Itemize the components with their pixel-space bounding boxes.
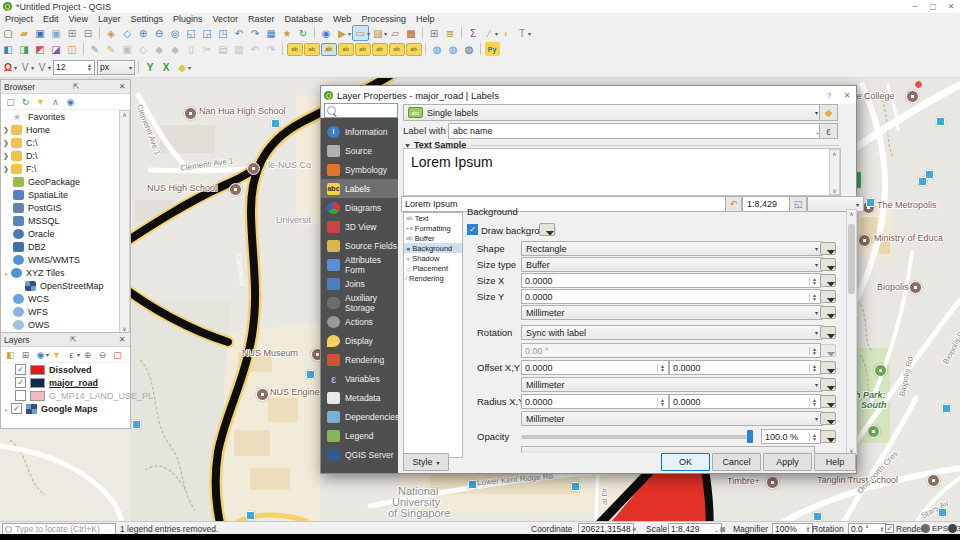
copy-features-button[interactable]: ▤ xyxy=(216,42,231,56)
apply-button[interactable]: Apply xyxy=(763,453,812,471)
layer-checkbox[interactable] xyxy=(15,390,26,401)
properties-widget-button[interactable]: ◉ xyxy=(64,96,77,108)
offset-x-input[interactable]: 0.0000▲▼ xyxy=(521,360,669,375)
attributes-table-button[interactable]: ⊞ xyxy=(427,26,442,40)
osm-place-search-button[interactable]: ◍ xyxy=(462,42,477,56)
toggle-editing-button[interactable]: ✎ xyxy=(104,42,119,56)
tab-background[interactable]: ●Background xyxy=(404,243,462,253)
browser-item-oracle[interactable]: Oracle xyxy=(1,227,130,240)
browser-item-wcs[interactable]: WCS xyxy=(1,292,130,305)
menu-help[interactable]: Help xyxy=(411,14,440,24)
size-x-input[interactable]: 0.0000▲▼ xyxy=(521,273,821,288)
data-defined-override-icon[interactable] xyxy=(820,274,836,287)
select-features-button[interactable]: ▭ xyxy=(352,25,369,41)
rotate-label-button[interactable]: ab xyxy=(389,43,405,56)
sample-text-input[interactable]: Lorem Ipsum xyxy=(401,196,731,212)
layer-row-google-maps[interactable]: ⌄ ✓ Google Maps xyxy=(1,402,130,415)
refresh-browser-button[interactable]: ↻ xyxy=(19,96,32,108)
size-y-input[interactable]: 0.0000▲▼ xyxy=(521,289,821,304)
zoom-in-button[interactable]: ⊕ xyxy=(136,26,151,40)
cut-features-button[interactable]: ✂ xyxy=(200,42,215,56)
browser-item-openstreetmap[interactable]: OpenStreetMap xyxy=(1,279,130,292)
offset-unit-combo[interactable]: Millimeter▾ xyxy=(521,377,823,392)
zoom-to-layer-button[interactable]: ◳ xyxy=(216,26,231,40)
minimize-button[interactable]: ─ xyxy=(906,1,924,12)
browser-item-postgis[interactable]: PostGIS xyxy=(1,201,130,214)
remove-layer-button[interactable]: ▢ xyxy=(111,349,124,361)
radius-unit-combo[interactable]: Millimeter▾ xyxy=(521,411,823,426)
save-project-button[interactable]: ▣ xyxy=(33,26,48,40)
new-bookmark-button[interactable]: ★ xyxy=(280,26,295,40)
render-checkbox[interactable]: ✓ xyxy=(885,524,894,533)
vertex-tool-button[interactable]: ◆ xyxy=(152,42,167,56)
menu-edit[interactable]: Edit xyxy=(38,14,64,24)
menu-layer[interactable]: Layer xyxy=(93,14,126,24)
crs-globe-icon[interactable] xyxy=(921,524,930,533)
tab-shadow[interactable]: ◗Shadow xyxy=(404,253,462,263)
add-group-button[interactable]: ⊞ xyxy=(19,349,32,361)
layout-manager-button[interactable]: ⊟ xyxy=(81,26,96,40)
panel-float-icon[interactable]: ⇱ xyxy=(68,335,78,344)
sidebar-item-labels[interactable]: abcLabels xyxy=(321,179,398,198)
layer-styling-dock-button[interactable]: ◧ xyxy=(4,349,17,361)
style-button[interactable]: Style▾ xyxy=(403,453,449,471)
browser-item-spatialite[interactable]: SpatiaLite xyxy=(1,188,130,201)
sidebar-item-variables[interactable]: εVariables xyxy=(321,369,398,388)
browser-scrollbar[interactable]: ∧∨ xyxy=(119,110,130,333)
labeling-mode-combo[interactable]: abc Single labels▾ xyxy=(403,104,823,121)
size-type-combo[interactable]: Buffer▾ xyxy=(521,257,823,272)
current-edits-button[interactable]: ✎ xyxy=(88,42,103,56)
zoom-to-selection-button[interactable]: ◲ xyxy=(200,26,215,40)
sidebar-item-symbology[interactable]: Symbology xyxy=(321,160,398,179)
data-source-manager-button[interactable]: ◧ xyxy=(1,42,16,56)
identify-features-button[interactable]: ◉ xyxy=(319,26,334,40)
sidebar-item-qgis-server[interactable]: QGIS Server xyxy=(321,445,398,464)
sidebar-item-joins[interactable]: Joins xyxy=(321,274,398,293)
filter-browser-button[interactable]: ▼ xyxy=(34,96,47,108)
sidebar-item-actions[interactable]: Actions xyxy=(321,312,398,331)
metasearch-button[interactable]: ◍ xyxy=(430,42,445,56)
browser-item-f-drive[interactable]: ❯F:\ xyxy=(1,162,130,175)
menu-plugins[interactable]: Plugins xyxy=(168,14,208,24)
filter-legend-button[interactable]: ▼ xyxy=(50,349,63,361)
browser-item-favorites[interactable]: ★Favorites xyxy=(1,110,130,123)
browser-item-c-drive[interactable]: ❯C:\ xyxy=(1,136,130,149)
layer-checkbox[interactable]: ✓ xyxy=(11,403,22,414)
data-defined-override-icon[interactable] xyxy=(820,326,836,339)
rotation-combo[interactable]: Sync with label▾ xyxy=(521,325,823,340)
save-edits-button[interactable]: ▣ xyxy=(120,42,135,56)
tab-placement[interactable]: ◇Placement xyxy=(404,263,462,273)
add-delimited-text-button[interactable]: ◪ xyxy=(49,42,64,56)
sidebar-item-dependencies[interactable]: Dependencies xyxy=(321,407,398,426)
opacity-slider-handle[interactable] xyxy=(747,430,753,443)
deselect-features-button[interactable]: ▱ xyxy=(388,26,403,40)
zoom-last-button[interactable]: ↶ xyxy=(232,26,247,40)
pan-to-selection-button[interactable]: ◇ xyxy=(120,26,135,40)
show-hide-labels-button[interactable]: ab xyxy=(355,43,371,56)
new-print-layout-button[interactable]: ⊞ xyxy=(65,26,80,40)
snapping-intersection-button[interactable]: X xyxy=(159,60,174,74)
label-with-combo[interactable]: abc name⌄ xyxy=(448,123,825,139)
cancel-button[interactable]: Cancel xyxy=(712,453,761,471)
menu-web[interactable]: Web xyxy=(328,14,356,24)
invert-selection-button[interactable]: ▩ xyxy=(404,26,419,40)
change-label-button[interactable]: ab xyxy=(406,43,422,56)
sidebar-item-3d-view[interactable]: 3D View xyxy=(321,217,398,236)
sample-scrollbar[interactable]: ∧∨ xyxy=(829,149,840,195)
collapse-all-button[interactable]: ∧ xyxy=(49,96,62,108)
tab-rendering[interactable]: ∕Rendering xyxy=(404,273,462,283)
browser-item-d-drive[interactable]: ❯D:\ xyxy=(1,149,130,162)
tab-text[interactable]: abText xyxy=(404,213,462,223)
size-unit-combo[interactable]: Millimeter▾ xyxy=(521,305,823,320)
browser-item-xyz-tiles[interactable]: ⌄XYZ Tiles xyxy=(1,266,130,279)
browser-item-db2[interactable]: DB2 xyxy=(1,240,130,253)
snap-unit-combo[interactable]: px▾ xyxy=(97,60,135,75)
sidebar-item-attributes-form[interactable]: Attributes Form xyxy=(321,255,398,274)
statistics-button[interactable]: Σ xyxy=(466,26,481,40)
zoom-next-button[interactable]: ↷ xyxy=(248,26,263,40)
data-defined-override-icon[interactable] xyxy=(539,223,555,236)
topological-editing-button[interactable]: Y xyxy=(143,60,158,74)
opacity-slider-track[interactable] xyxy=(521,435,749,439)
add-selected-layer-button[interactable]: ▢ xyxy=(4,96,17,108)
new-project-button[interactable]: ▢ xyxy=(1,26,16,40)
